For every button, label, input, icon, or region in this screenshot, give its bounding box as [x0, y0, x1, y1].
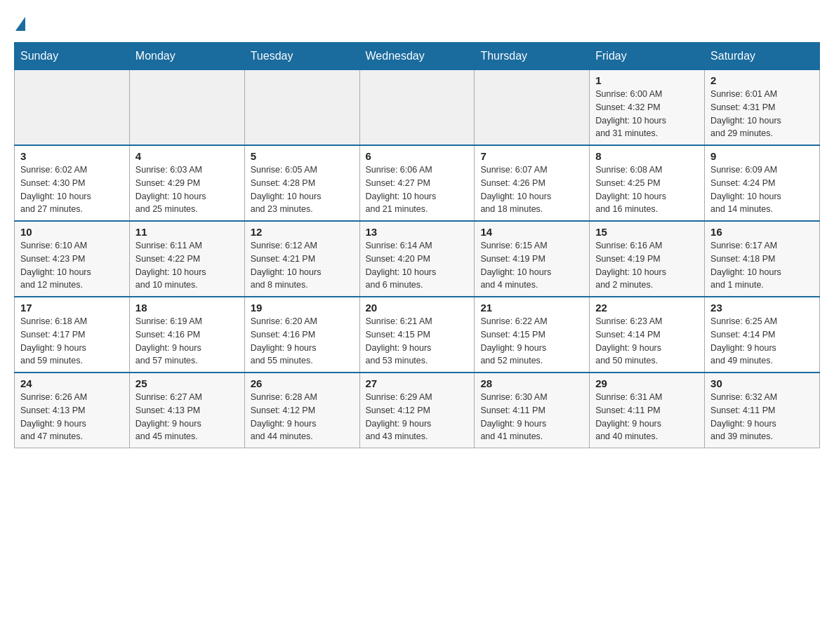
day-info: Sunrise: 6:17 AM Sunset: 4:18 PM Dayligh…	[710, 239, 814, 292]
day-number: 5	[251, 150, 354, 162]
calendar-cell: 25Sunrise: 6:27 AM Sunset: 4:13 PM Dayli…	[129, 373, 244, 448]
calendar-cell: 24Sunrise: 6:26 AM Sunset: 4:13 PM Dayli…	[15, 373, 130, 448]
calendar-cell: 27Sunrise: 6:29 AM Sunset: 4:12 PM Dayli…	[359, 373, 475, 448]
day-number: 16	[710, 226, 814, 238]
day-number: 3	[20, 150, 124, 162]
day-info: Sunrise: 6:05 AM Sunset: 4:28 PM Dayligh…	[251, 163, 354, 216]
day-number: 6	[366, 150, 469, 162]
calendar-cell	[244, 70, 359, 146]
day-number: 21	[480, 302, 583, 314]
day-info: Sunrise: 6:03 AM Sunset: 4:29 PM Dayligh…	[135, 163, 239, 216]
calendar-week-row: 1Sunrise: 6:00 AM Sunset: 4:32 PM Daylig…	[15, 70, 820, 146]
calendar-cell: 4Sunrise: 6:03 AM Sunset: 4:29 PM Daylig…	[129, 145, 244, 221]
calendar-cell	[475, 70, 590, 146]
day-number: 13	[366, 226, 469, 238]
day-info: Sunrise: 6:21 AM Sunset: 4:15 PM Dayligh…	[366, 315, 469, 368]
day-number: 7	[480, 150, 583, 162]
calendar-cell: 28Sunrise: 6:30 AM Sunset: 4:11 PM Dayli…	[475, 373, 590, 448]
logo-triangle-icon	[15, 17, 25, 31]
day-info: Sunrise: 6:16 AM Sunset: 4:19 PM Dayligh…	[595, 239, 699, 292]
calendar-week-row: 10Sunrise: 6:10 AM Sunset: 4:23 PM Dayli…	[15, 221, 820, 297]
weekday-header-saturday: Saturday	[705, 43, 820, 70]
day-info: Sunrise: 6:09 AM Sunset: 4:24 PM Dayligh…	[710, 163, 814, 216]
logo	[14, 14, 44, 28]
day-info: Sunrise: 6:29 AM Sunset: 4:12 PM Dayligh…	[366, 391, 469, 443]
day-number: 23	[710, 302, 814, 314]
day-info: Sunrise: 6:30 AM Sunset: 4:11 PM Dayligh…	[480, 391, 583, 443]
day-info: Sunrise: 6:23 AM Sunset: 4:14 PM Dayligh…	[595, 315, 699, 368]
day-number: 14	[480, 226, 583, 238]
calendar-cell	[359, 70, 475, 146]
weekday-header-wednesday: Wednesday	[359, 43, 475, 70]
calendar-cell: 10Sunrise: 6:10 AM Sunset: 4:23 PM Dayli…	[15, 221, 130, 297]
calendar-cell: 11Sunrise: 6:11 AM Sunset: 4:22 PM Dayli…	[129, 221, 244, 297]
day-info: Sunrise: 6:32 AM Sunset: 4:11 PM Dayligh…	[710, 391, 814, 443]
day-info: Sunrise: 6:00 AM Sunset: 4:32 PM Dayligh…	[595, 88, 699, 140]
day-info: Sunrise: 6:10 AM Sunset: 4:23 PM Dayligh…	[20, 239, 124, 292]
calendar-week-row: 17Sunrise: 6:18 AM Sunset: 4:17 PM Dayli…	[15, 297, 820, 373]
calendar-week-row: 3Sunrise: 6:02 AM Sunset: 4:30 PM Daylig…	[15, 145, 820, 221]
day-number: 18	[135, 302, 239, 314]
day-number: 12	[251, 226, 354, 238]
calendar-cell: 5Sunrise: 6:05 AM Sunset: 4:28 PM Daylig…	[244, 145, 359, 221]
calendar-cell: 17Sunrise: 6:18 AM Sunset: 4:17 PM Dayli…	[15, 297, 130, 373]
page-header	[14, 14, 820, 28]
calendar-cell: 1Sunrise: 6:00 AM Sunset: 4:32 PM Daylig…	[590, 70, 705, 146]
weekday-header-thursday: Thursday	[475, 43, 590, 70]
calendar-cell	[129, 70, 244, 146]
day-info: Sunrise: 6:15 AM Sunset: 4:19 PM Dayligh…	[480, 239, 583, 292]
day-number: 26	[251, 377, 354, 389]
calendar-cell: 22Sunrise: 6:23 AM Sunset: 4:14 PM Dayli…	[590, 297, 705, 373]
day-info: Sunrise: 6:12 AM Sunset: 4:21 PM Dayligh…	[251, 239, 354, 292]
day-info: Sunrise: 6:28 AM Sunset: 4:12 PM Dayligh…	[251, 391, 354, 443]
day-info: Sunrise: 6:26 AM Sunset: 4:13 PM Dayligh…	[20, 391, 124, 443]
day-number: 1	[595, 74, 699, 86]
day-number: 9	[710, 150, 814, 162]
calendar-cell: 21Sunrise: 6:22 AM Sunset: 4:15 PM Dayli…	[475, 297, 590, 373]
day-info: Sunrise: 6:08 AM Sunset: 4:25 PM Dayligh…	[595, 163, 699, 216]
day-number: 27	[366, 377, 469, 389]
day-number: 29	[595, 377, 699, 389]
calendar-cell: 15Sunrise: 6:16 AM Sunset: 4:19 PM Dayli…	[590, 221, 705, 297]
day-number: 24	[20, 377, 124, 389]
day-number: 11	[135, 226, 239, 238]
calendar-cell: 14Sunrise: 6:15 AM Sunset: 4:19 PM Dayli…	[475, 221, 590, 297]
calendar-week-row: 24Sunrise: 6:26 AM Sunset: 4:13 PM Dayli…	[15, 373, 820, 448]
day-info: Sunrise: 6:06 AM Sunset: 4:27 PM Dayligh…	[366, 163, 469, 216]
day-info: Sunrise: 6:19 AM Sunset: 4:16 PM Dayligh…	[135, 315, 239, 368]
calendar-cell	[15, 70, 130, 146]
day-info: Sunrise: 6:25 AM Sunset: 4:14 PM Dayligh…	[710, 315, 814, 368]
day-info: Sunrise: 6:02 AM Sunset: 4:30 PM Dayligh…	[20, 163, 124, 216]
calendar-cell: 7Sunrise: 6:07 AM Sunset: 4:26 PM Daylig…	[475, 145, 590, 221]
day-number: 17	[20, 302, 124, 314]
day-number: 8	[595, 150, 699, 162]
weekday-header-sunday: Sunday	[15, 43, 130, 70]
day-info: Sunrise: 6:20 AM Sunset: 4:16 PM Dayligh…	[251, 315, 354, 368]
calendar-cell: 19Sunrise: 6:20 AM Sunset: 4:16 PM Dayli…	[244, 297, 359, 373]
calendar-cell: 20Sunrise: 6:21 AM Sunset: 4:15 PM Dayli…	[359, 297, 475, 373]
calendar-cell: 23Sunrise: 6:25 AM Sunset: 4:14 PM Dayli…	[705, 297, 820, 373]
weekday-header-tuesday: Tuesday	[244, 43, 359, 70]
day-info: Sunrise: 6:14 AM Sunset: 4:20 PM Dayligh…	[366, 239, 469, 292]
calendar-table: SundayMondayTuesdayWednesdayThursdayFrid…	[14, 42, 820, 448]
calendar-cell: 30Sunrise: 6:32 AM Sunset: 4:11 PM Dayli…	[705, 373, 820, 448]
calendar-cell: 6Sunrise: 6:06 AM Sunset: 4:27 PM Daylig…	[359, 145, 475, 221]
day-number: 10	[20, 226, 124, 238]
day-number: 25	[135, 377, 239, 389]
calendar-cell: 18Sunrise: 6:19 AM Sunset: 4:16 PM Dayli…	[129, 297, 244, 373]
day-info: Sunrise: 6:18 AM Sunset: 4:17 PM Dayligh…	[20, 315, 124, 368]
day-number: 19	[251, 302, 354, 314]
day-number: 15	[595, 226, 699, 238]
calendar-cell: 26Sunrise: 6:28 AM Sunset: 4:12 PM Dayli…	[244, 373, 359, 448]
calendar-cell: 9Sunrise: 6:09 AM Sunset: 4:24 PM Daylig…	[705, 145, 820, 221]
day-number: 20	[366, 302, 469, 314]
calendar-cell: 12Sunrise: 6:12 AM Sunset: 4:21 PM Dayli…	[244, 221, 359, 297]
calendar-cell: 16Sunrise: 6:17 AM Sunset: 4:18 PM Dayli…	[705, 221, 820, 297]
weekday-header-row: SundayMondayTuesdayWednesdayThursdayFrid…	[15, 43, 820, 70]
calendar-cell: 8Sunrise: 6:08 AM Sunset: 4:25 PM Daylig…	[590, 145, 705, 221]
day-info: Sunrise: 6:22 AM Sunset: 4:15 PM Dayligh…	[480, 315, 583, 368]
calendar-cell: 13Sunrise: 6:14 AM Sunset: 4:20 PM Dayli…	[359, 221, 475, 297]
day-info: Sunrise: 6:31 AM Sunset: 4:11 PM Dayligh…	[595, 391, 699, 443]
day-info: Sunrise: 6:07 AM Sunset: 4:26 PM Dayligh…	[480, 163, 583, 216]
day-number: 2	[710, 74, 814, 86]
